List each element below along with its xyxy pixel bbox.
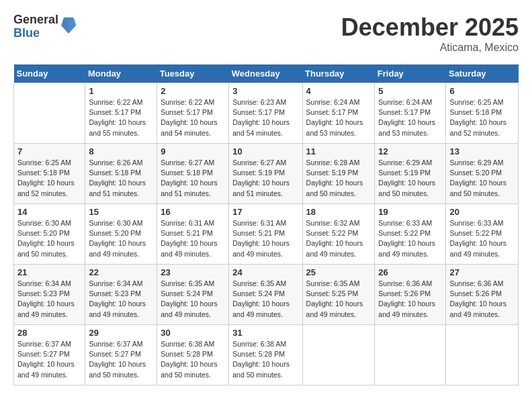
day-number: 12 <box>378 146 442 156</box>
calendar-cell <box>375 325 446 385</box>
day-number: 20 <box>449 207 515 217</box>
calendar-cell: 28Sunrise: 6:37 AMSunset: 5:27 PMDayligh… <box>14 325 85 385</box>
calendar-cell: 13Sunrise: 6:29 AMSunset: 5:20 PMDayligh… <box>446 144 519 204</box>
day-info: Sunrise: 6:24 AMSunset: 5:17 PMDaylight:… <box>378 97 442 138</box>
calendar-cell: 10Sunrise: 6:27 AMSunset: 5:19 PMDayligh… <box>229 144 302 204</box>
day-number: 14 <box>17 207 81 217</box>
logo: General Blue <box>13 13 76 40</box>
calendar-cell: 24Sunrise: 6:35 AMSunset: 5:24 PMDayligh… <box>229 265 302 325</box>
calendar-cell <box>446 325 519 385</box>
calendar-table: SundayMondayTuesdayWednesdayThursdayFrid… <box>13 64 519 385</box>
day-info: Sunrise: 6:32 AMSunset: 5:22 PMDaylight:… <box>306 218 371 259</box>
day-info: Sunrise: 6:31 AMSunset: 5:21 PMDaylight:… <box>161 218 225 259</box>
calendar-cell: 15Sunrise: 6:30 AMSunset: 5:20 PMDayligh… <box>85 204 157 265</box>
day-number: 30 <box>161 328 225 338</box>
day-info: Sunrise: 6:24 AMSunset: 5:17 PMDaylight:… <box>306 97 371 138</box>
calendar-week-row: 1Sunrise: 6:22 AMSunset: 5:17 PMDaylight… <box>14 83 519 144</box>
column-header-monday: Monday <box>85 64 157 83</box>
day-number: 27 <box>449 267 515 277</box>
calendar-cell: 27Sunrise: 6:36 AMSunset: 5:26 PMDayligh… <box>446 265 519 325</box>
calendar-week-row: 21Sunrise: 6:34 AMSunset: 5:23 PMDayligh… <box>14 265 519 325</box>
calendar-cell: 6Sunrise: 6:25 AMSunset: 5:18 PMDaylight… <box>446 83 519 144</box>
day-number: 8 <box>89 146 153 156</box>
day-info: Sunrise: 6:28 AMSunset: 5:19 PMDaylight:… <box>306 158 371 199</box>
day-info: Sunrise: 6:34 AMSunset: 5:23 PMDaylight:… <box>89 279 153 320</box>
day-info: Sunrise: 6:27 AMSunset: 5:19 PMDaylight:… <box>232 158 298 199</box>
day-info: Sunrise: 6:38 AMSunset: 5:28 PMDaylight:… <box>232 339 298 380</box>
day-info: Sunrise: 6:29 AMSunset: 5:20 PMDaylight:… <box>449 158 515 199</box>
day-number: 3 <box>232 86 298 96</box>
day-number: 9 <box>161 146 225 156</box>
svg-marker-1 <box>69 19 76 32</box>
calendar-title: December 2025 <box>341 13 519 42</box>
day-info: Sunrise: 6:35 AMSunset: 5:25 PMDaylight:… <box>306 279 371 320</box>
calendar-cell: 2Sunrise: 6:22 AMSunset: 5:17 PMDaylight… <box>157 83 229 144</box>
day-info: Sunrise: 6:37 AMSunset: 5:27 PMDaylight:… <box>17 339 81 380</box>
day-info: Sunrise: 6:35 AMSunset: 5:24 PMDaylight:… <box>232 279 298 320</box>
calendar-cell: 20Sunrise: 6:33 AMSunset: 5:22 PMDayligh… <box>446 204 519 265</box>
day-info: Sunrise: 6:25 AMSunset: 5:18 PMDaylight:… <box>17 158 81 199</box>
calendar-cell: 9Sunrise: 6:27 AMSunset: 5:18 PMDaylight… <box>157 144 229 204</box>
column-header-sunday: Sunday <box>14 64 85 83</box>
day-info: Sunrise: 6:36 AMSunset: 5:26 PMDaylight:… <box>449 279 515 320</box>
column-header-tuesday: Tuesday <box>157 64 229 83</box>
calendar-cell: 8Sunrise: 6:26 AMSunset: 5:18 PMDaylight… <box>85 144 157 204</box>
calendar-cell: 22Sunrise: 6:34 AMSunset: 5:23 PMDayligh… <box>85 265 157 325</box>
day-number: 28 <box>17 328 81 338</box>
day-number: 31 <box>232 328 298 338</box>
column-header-wednesday: Wednesday <box>229 64 302 83</box>
calendar-cell: 16Sunrise: 6:31 AMSunset: 5:21 PMDayligh… <box>157 204 229 265</box>
day-info: Sunrise: 6:23 AMSunset: 5:17 PMDaylight:… <box>232 97 298 138</box>
day-number: 18 <box>306 207 371 217</box>
calendar-cell: 7Sunrise: 6:25 AMSunset: 5:18 PMDaylight… <box>14 144 85 204</box>
calendar-cell: 5Sunrise: 6:24 AMSunset: 5:17 PMDaylight… <box>375 83 446 144</box>
day-info: Sunrise: 6:33 AMSunset: 5:22 PMDaylight:… <box>378 218 442 259</box>
day-number: 5 <box>378 86 442 96</box>
day-number: 6 <box>449 86 515 96</box>
calendar-cell: 18Sunrise: 6:32 AMSunset: 5:22 PMDayligh… <box>302 204 375 265</box>
day-info: Sunrise: 6:38 AMSunset: 5:28 PMDaylight:… <box>161 339 225 380</box>
calendar-cell: 12Sunrise: 6:29 AMSunset: 5:19 PMDayligh… <box>375 144 446 204</box>
calendar-cell: 11Sunrise: 6:28 AMSunset: 5:19 PMDayligh… <box>302 144 375 204</box>
logo-blue: Blue <box>13 27 58 40</box>
calendar-cell <box>302 325 375 385</box>
day-info: Sunrise: 6:35 AMSunset: 5:24 PMDaylight:… <box>161 279 225 320</box>
logo-general: General <box>13 13 58 27</box>
day-number: 13 <box>449 146 515 156</box>
calendar-cell: 29Sunrise: 6:37 AMSunset: 5:27 PMDayligh… <box>85 325 157 385</box>
calendar-cell <box>14 83 85 144</box>
calendar-cell: 23Sunrise: 6:35 AMSunset: 5:24 PMDayligh… <box>157 265 229 325</box>
day-number: 2 <box>161 86 225 96</box>
day-info: Sunrise: 6:36 AMSunset: 5:26 PMDaylight:… <box>378 279 442 320</box>
calendar-week-row: 14Sunrise: 6:30 AMSunset: 5:20 PMDayligh… <box>14 204 519 265</box>
day-number: 16 <box>161 207 225 217</box>
day-info: Sunrise: 6:22 AMSunset: 5:17 PMDaylight:… <box>161 97 225 138</box>
day-number: 10 <box>232 146 298 156</box>
day-info: Sunrise: 6:25 AMSunset: 5:18 PMDaylight:… <box>449 97 515 138</box>
title-block: December 2025 Aticama, Mexico <box>341 13 519 54</box>
calendar-cell: 14Sunrise: 6:30 AMSunset: 5:20 PMDayligh… <box>14 204 85 265</box>
day-number: 29 <box>89 328 153 338</box>
logo-icon <box>61 16 76 38</box>
day-number: 17 <box>232 207 298 217</box>
calendar-cell: 26Sunrise: 6:36 AMSunset: 5:26 PMDayligh… <box>375 265 446 325</box>
calendar-cell: 4Sunrise: 6:24 AMSunset: 5:17 PMDaylight… <box>302 83 375 144</box>
day-info: Sunrise: 6:30 AMSunset: 5:20 PMDaylight:… <box>17 218 81 259</box>
day-info: Sunrise: 6:37 AMSunset: 5:27 PMDaylight:… <box>89 339 153 380</box>
day-number: 26 <box>378 267 442 277</box>
calendar-cell: 17Sunrise: 6:31 AMSunset: 5:21 PMDayligh… <box>229 204 302 265</box>
day-number: 7 <box>17 146 81 156</box>
day-number: 11 <box>306 146 371 156</box>
day-info: Sunrise: 6:34 AMSunset: 5:23 PMDaylight:… <box>17 279 81 320</box>
day-number: 15 <box>89 207 153 217</box>
day-number: 25 <box>306 267 371 277</box>
calendar-cell: 3Sunrise: 6:23 AMSunset: 5:17 PMDaylight… <box>229 83 302 144</box>
calendar-cell: 30Sunrise: 6:38 AMSunset: 5:28 PMDayligh… <box>157 325 229 385</box>
day-info: Sunrise: 6:31 AMSunset: 5:21 PMDaylight:… <box>232 218 298 259</box>
calendar-cell: 1Sunrise: 6:22 AMSunset: 5:17 PMDaylight… <box>85 83 157 144</box>
calendar-cell: 31Sunrise: 6:38 AMSunset: 5:28 PMDayligh… <box>229 325 302 385</box>
calendar-week-row: 7Sunrise: 6:25 AMSunset: 5:18 PMDaylight… <box>14 144 519 204</box>
day-number: 22 <box>89 267 153 277</box>
column-header-saturday: Saturday <box>446 64 519 83</box>
calendar-week-row: 28Sunrise: 6:37 AMSunset: 5:27 PMDayligh… <box>14 325 519 385</box>
